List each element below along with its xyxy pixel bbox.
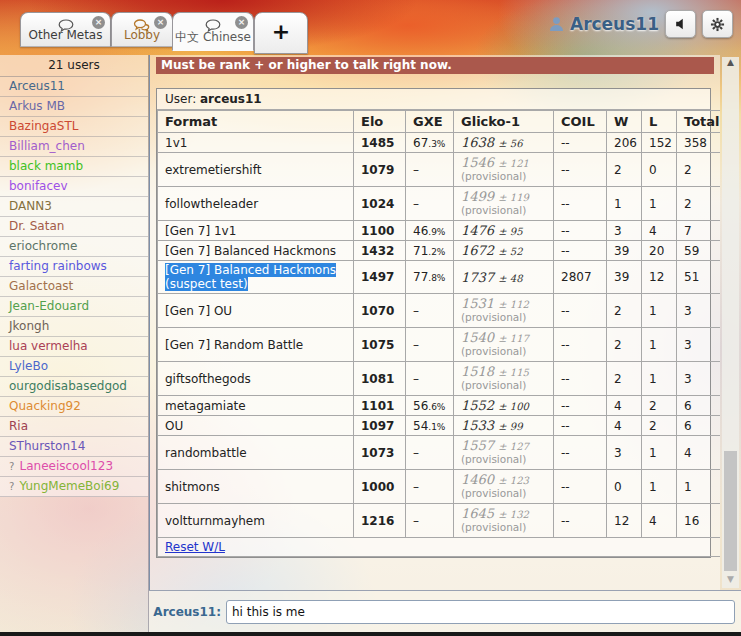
scrollbar[interactable]: ▲ ▼ <box>722 57 739 588</box>
column-header: COIL <box>554 111 607 133</box>
new-tab-button[interactable]: + <box>254 12 308 54</box>
format-cell: OU <box>158 416 354 436</box>
user-list-item[interactable]: Galactoast <box>0 277 148 297</box>
ratings-caption: User: arceus11 <box>157 89 710 110</box>
tab-label: 中文 Chinese <box>173 29 253 46</box>
chat-message-input[interactable] <box>226 600 735 624</box>
elo-cell: 1024 <box>354 187 406 221</box>
tab-label: Lobby <box>112 28 172 42</box>
wins-cell: 2 <box>607 328 642 362</box>
user-list-item[interactable]: Jkongh <box>0 317 148 337</box>
gxe-cell: 56.6% <box>406 396 454 416</box>
gear-icon <box>710 17 725 32</box>
user-list-item[interactable]: ? YungMemeBoi69 <box>0 477 148 497</box>
username: DANN3 <box>9 199 52 213</box>
format-cell: followtheleader <box>158 187 354 221</box>
glicko-cell: 1531 ± 112(provisional) <box>454 294 554 328</box>
elo-cell: 1079 <box>354 153 406 187</box>
ratings-row: metagamiate110156.6%1552 ± 100--426 <box>158 396 721 416</box>
table-footer-row: Reset W/L <box>158 538 721 557</box>
elo-cell: 1000 <box>354 470 406 504</box>
gxe-cell: 77.8% <box>406 261 454 294</box>
ratings-row: followtheleader1024–1499 ± 119(provision… <box>158 187 721 221</box>
rank-warning-banner: Must be rank + or higher to talk right n… <box>156 57 714 74</box>
losses-cell: 20 <box>642 241 677 261</box>
user-list-item[interactable]: DANN3 <box>0 197 148 217</box>
scroll-up-arrow-icon[interactable]: ▲ <box>722 57 739 71</box>
reset-wl-link[interactable]: Reset W/L <box>165 540 225 554</box>
settings-button[interactable] <box>702 10 733 38</box>
glicko-cell: 1557 ± 127(provisional) <box>454 436 554 470</box>
elo-cell: 1101 <box>354 396 406 416</box>
user-list-item[interactable]: SThurston14 <box>0 437 148 457</box>
total-cell: 4 <box>677 436 721 470</box>
glicko-cell: 1540 ± 117(provisional) <box>454 328 554 362</box>
coil-cell: -- <box>554 153 607 187</box>
ratings-row: [Gen 7] Balanced Hackmons(suspect test)1… <box>158 261 721 294</box>
user-count: 21 users <box>0 55 148 77</box>
table-header-row: FormatEloGXEGlicko-1COILWLTotal <box>158 111 721 133</box>
user-list-item[interactable]: Jean-Edouard <box>0 297 148 317</box>
scroll-down-arrow-icon[interactable]: ▼ <box>722 574 739 588</box>
glicko-cell: 1460 ± 123(provisional) <box>454 470 554 504</box>
user-list-item[interactable]: LyleBo <box>0 357 148 377</box>
user-list-item[interactable]: ? Laneeiscool123 <box>0 457 148 477</box>
user-list-item[interactable]: Quacking92 <box>0 397 148 417</box>
elo-cell: 1432 <box>354 241 406 261</box>
tab-chinese[interactable]: × 中文 Chinese <box>172 12 254 51</box>
sound-button[interactable] <box>665 10 696 38</box>
losses-cell: 1 <box>642 470 677 504</box>
caption-username: arceus11 <box>200 92 262 106</box>
user-list-item[interactable]: lua vermelha <box>0 337 148 357</box>
username: ourgodisabasedgod <box>9 379 127 393</box>
glicko-cell: 1533 ± 99 <box>454 416 554 436</box>
speaker-icon <box>674 17 688 31</box>
ratings-row: shitmons1000–1460 ± 123(provisional)--01… <box>158 470 721 504</box>
wins-cell: 1 <box>607 187 642 221</box>
username: eriochrome <box>9 239 77 253</box>
glicko-cell: 1737 ± 48 <box>454 261 554 294</box>
chat-log: Must be rank + or higher to talk right n… <box>149 55 720 590</box>
username: Galactoast <box>9 279 73 293</box>
total-cell: 3 <box>677 294 721 328</box>
total-cell: 2 <box>677 187 721 221</box>
user-list-item[interactable]: Dr. Satan <box>0 217 148 237</box>
gxe-cell: – <box>406 328 454 362</box>
glicko-cell: 1638 ± 56 <box>454 133 554 153</box>
elo-cell: 1485 <box>354 133 406 153</box>
wins-cell: 39 <box>607 261 642 294</box>
user-bar: Arceus11 <box>549 10 733 38</box>
user-list-item[interactable]: bonifacev <box>0 177 148 197</box>
column-header: Total <box>677 111 721 133</box>
chat-form: Arceus11: <box>149 590 741 632</box>
tab-lobby[interactable]: × Lobby <box>111 12 173 47</box>
user-list-item[interactable]: BazingaSTL <box>0 117 148 137</box>
wins-cell: 0 <box>607 470 642 504</box>
format-cell: [Gen 7] Random Battle <box>158 328 354 362</box>
user-list-item[interactable]: black mamb <box>0 157 148 177</box>
user-list-item[interactable]: ourgodisabasedgod <box>0 377 148 397</box>
user-list-item[interactable]: eriochrome <box>0 237 148 257</box>
wins-cell: 12 <box>607 504 642 538</box>
username: Jkongh <box>9 319 49 333</box>
gxe-cell: 67.3% <box>406 133 454 153</box>
user-list-item[interactable]: Ria <box>0 417 148 437</box>
user-list-item[interactable]: Arkus MB <box>0 97 148 117</box>
close-icon[interactable]: × <box>235 16 248 29</box>
tab-label: Other Metas <box>21 28 110 42</box>
format-cell: giftsofthegods <box>158 362 354 396</box>
user-list-item[interactable]: Arceus11 <box>0 77 148 97</box>
wins-cell: 4 <box>607 396 642 416</box>
username: Arkus MB <box>9 99 65 113</box>
column-header: L <box>642 111 677 133</box>
format-cell: 1v1 <box>158 133 354 153</box>
wins-cell: 2 <box>607 294 642 328</box>
total-cell: 59 <box>677 241 721 261</box>
user-list-item[interactable]: farting rainbows <box>0 257 148 277</box>
total-cell: 7 <box>677 221 721 241</box>
user-list-item[interactable]: Billiam_chen <box>0 137 148 157</box>
tab-other-metas[interactable]: × Other Metas <box>20 12 111 47</box>
username: lua vermelha <box>9 339 88 353</box>
scrollbar-thumb[interactable] <box>724 451 737 571</box>
ratings-row: [Gen 7] Balanced Hackmons143271.2%1672 ±… <box>158 241 721 261</box>
